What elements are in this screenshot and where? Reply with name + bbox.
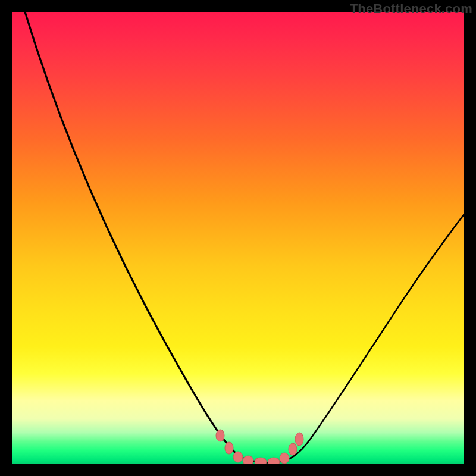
- svg-point-7: [289, 443, 297, 455]
- bottleneck-curve: [12, 12, 464, 464]
- curve-right-branch: [283, 214, 464, 461]
- svg-point-5: [268, 458, 280, 464]
- chart-frame: TheBottleneck.com: [0, 0, 476, 476]
- svg-point-3: [243, 456, 253, 464]
- svg-point-4: [255, 458, 267, 464]
- watermark-text: TheBottleneck.com: [350, 1, 472, 17]
- svg-point-8: [295, 433, 303, 446]
- svg-point-0: [216, 430, 224, 441]
- plot-area: [12, 12, 464, 464]
- svg-point-2: [233, 452, 243, 462]
- curve-left-branch: [25, 12, 253, 461]
- svg-point-1: [225, 442, 233, 454]
- svg-point-6: [280, 453, 289, 464]
